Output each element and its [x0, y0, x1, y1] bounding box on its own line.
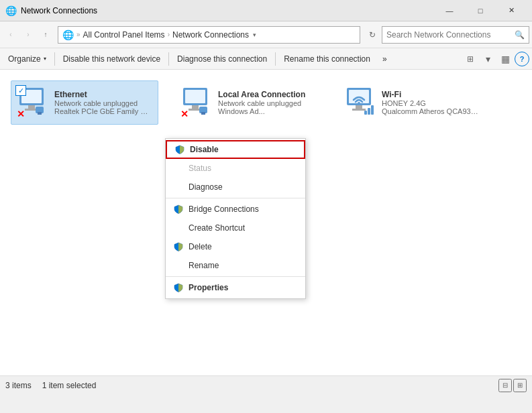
- context-menu-rename[interactable]: Rename: [166, 256, 305, 275]
- svg-rect-17: [364, 111, 367, 115]
- svg-rect-18: [368, 108, 370, 115]
- context-delete-label: Delete: [189, 242, 212, 251]
- context-diagnose-label: Diagnose: [189, 182, 223, 192]
- ethernet-error-icon: ✕: [17, 109, 25, 119]
- lan-error-icon: ✕: [180, 109, 189, 119]
- wifi-icon: [344, 86, 374, 116]
- network-items-container: ✓ ✕ Ethernet Network cable: [0, 70, 532, 135]
- context-disable-label: Disable: [190, 145, 219, 154]
- minimize-button[interactable]: —: [434, 0, 465, 21]
- context-status-label: Status: [189, 164, 211, 173]
- path-icon: 🌐: [62, 30, 74, 40]
- up-button[interactable]: ↑: [38, 27, 54, 43]
- refresh-button[interactable]: ↻: [364, 27, 380, 43]
- wifi-name: Wi-Fi: [382, 90, 480, 99]
- more-button[interactable]: »: [377, 51, 392, 67]
- address-path[interactable]: 🌐 » All Control Panel Items › Network Co…: [58, 26, 360, 44]
- titlebar-controls: — □ ✕: [434, 0, 527, 21]
- statusbar-view-btn-1[interactable]: ⊟: [498, 379, 512, 392]
- wifi-info: Wi-Fi HONEY 2.4G Qualcomm Atheros QCA937…: [382, 90, 480, 115]
- organize-button[interactable]: Organize ▾: [3, 51, 52, 67]
- context-menu-disable[interactable]: Disable: [166, 140, 305, 159]
- lan-info: Local Area Connection Network cable unpl…: [218, 90, 316, 115]
- titlebar-icon: 🌐: [5, 5, 17, 16]
- ethernet-info: Ethernet Network cable unplugged Realtek…: [54, 90, 152, 115]
- toolbar-separator-3: [275, 52, 276, 66]
- context-menu-diagnose[interactable]: Diagnose: [166, 178, 305, 196]
- list-item[interactable]: ✕ Local Area Connection Network cable un…: [174, 80, 322, 125]
- path-segment-2: Network Connections: [172, 30, 249, 40]
- list-item[interactable]: ✓ ✕ Ethernet Network cable: [11, 80, 158, 125]
- context-separator-1: [166, 198, 305, 198]
- svg-rect-8: [192, 105, 199, 109]
- toolbar-separator-2: [168, 52, 169, 66]
- toolbar: Organize ▾ Disable this network device D…: [0, 48, 532, 70]
- context-menu-properties[interactable]: Properties: [166, 278, 305, 297]
- statusbar-view-btn-2[interactable]: ⊞: [513, 379, 527, 392]
- search-input[interactable]: [386, 30, 515, 40]
- view-dropdown-button[interactable]: ▾: [480, 51, 496, 67]
- status-selected: 1 item selected: [42, 381, 97, 390]
- svg-rect-19: [371, 105, 374, 115]
- ethernet-name: Ethernet: [54, 90, 152, 99]
- lan-desc1: Network cable unplugged: [218, 99, 316, 107]
- pane-button[interactable]: ▦: [497, 51, 513, 67]
- wifi-desc1: HONEY 2.4G: [382, 99, 480, 107]
- maximize-button[interactable]: □: [465, 0, 496, 21]
- context-separator-2: [166, 276, 305, 277]
- shield-icon: [175, 145, 184, 154]
- rename-button[interactable]: Rename this connection: [278, 51, 376, 67]
- wifi-icon-wrap: [344, 86, 376, 119]
- ethernet-checkbox: ✓: [15, 85, 26, 96]
- status-count: 3 items: [5, 381, 32, 390]
- wifi-desc2: Qualcomm Atheros QCA9377...: [382, 107, 480, 115]
- svg-point-14: [358, 102, 360, 105]
- context-bridge-label: Bridge Connections: [189, 204, 259, 214]
- svg-rect-16: [352, 109, 366, 111]
- main-content: ✓ ✕ Ethernet Network cable: [0, 70, 532, 394]
- lan-icon-wrap: ✕: [180, 86, 213, 119]
- list-item[interactable]: Wi-Fi HONEY 2.4G Qualcomm Atheros QCA937…: [338, 80, 486, 125]
- svg-rect-7: [185, 90, 205, 103]
- ethernet-icon-wrap: ✓ ✕: [17, 86, 49, 119]
- svg-rect-15: [356, 105, 362, 109]
- forward-button[interactable]: ›: [20, 27, 36, 43]
- close-button[interactable]: ✕: [496, 0, 527, 21]
- toolbar-separator-1: [54, 52, 55, 66]
- diagnose-button[interactable]: Diagnose this connection: [172, 51, 272, 67]
- svg-rect-2: [28, 105, 35, 109]
- context-menu-delete[interactable]: Delete: [166, 237, 305, 256]
- lan-desc2: Windows Ad...: [218, 107, 316, 115]
- back-button[interactable]: ‹: [3, 27, 19, 43]
- context-properties-label: Properties: [189, 283, 228, 292]
- search-icon: 🔍: [515, 30, 525, 40]
- svg-rect-11: [201, 112, 205, 115]
- svg-rect-5: [38, 112, 42, 115]
- view-button-1[interactable]: ⊞: [462, 51, 478, 67]
- context-menu-shortcut[interactable]: Create Shortcut: [166, 219, 305, 237]
- context-menu: Disable Status Diagnose Bridge Connectio…: [165, 138, 306, 299]
- addressbar: ‹ › ↑ 🌐 » All Control Panel Items › Netw…: [0, 21, 532, 48]
- statusbar-right: ⊟ ⊞: [498, 379, 527, 392]
- lan-name: Local Area Connection: [218, 90, 316, 99]
- ethernet-desc1: Network cable unplugged: [54, 99, 152, 107]
- titlebar: 🌐 Network Connections — □ ✕: [0, 0, 532, 21]
- search-box[interactable]: 🔍: [382, 26, 529, 44]
- context-menu-bridge[interactable]: Bridge Connections: [166, 200, 305, 219]
- path-segment-1: All Control Panel Items: [83, 30, 165, 40]
- disable-network-button[interactable]: Disable this network device: [58, 51, 166, 67]
- ethernet-desc2: Realtek PCIe GbE Family Cor...: [54, 107, 152, 115]
- path-dropdown-icon[interactable]: ▾: [253, 32, 256, 38]
- context-rename-label: Rename: [189, 261, 219, 270]
- context-menu-status[interactable]: Status: [166, 159, 305, 178]
- titlebar-title: Network Connections: [21, 6, 434, 15]
- help-button[interactable]: ?: [515, 52, 529, 66]
- toolbar-right: ⊞ ▾ ▦ ?: [462, 51, 529, 67]
- shield-icon: [174, 242, 183, 251]
- shield-icon: [174, 283, 183, 292]
- statusbar: 3 items 1 item selected ⊟ ⊞: [0, 375, 532, 394]
- context-shortcut-label: Create Shortcut: [189, 223, 245, 233]
- shield-icon: [174, 204, 183, 214]
